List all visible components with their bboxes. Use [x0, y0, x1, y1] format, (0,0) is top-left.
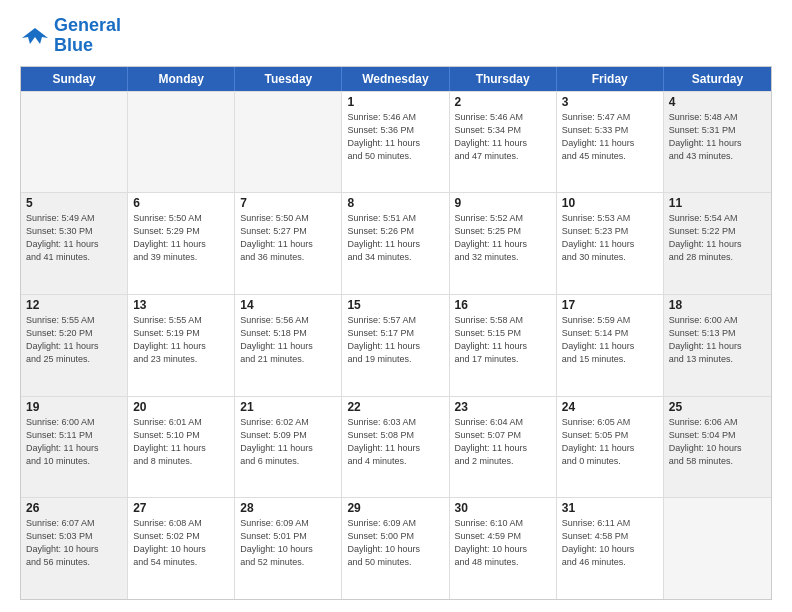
header-day-tuesday: Tuesday: [235, 67, 342, 91]
day-number: 2: [455, 95, 551, 109]
day-number: 31: [562, 501, 658, 515]
day-number: 25: [669, 400, 766, 414]
calendar-cell-11: 11Sunrise: 5:54 AM Sunset: 5:22 PM Dayli…: [664, 193, 771, 294]
day-number: 4: [669, 95, 766, 109]
day-number: 1: [347, 95, 443, 109]
day-number: 29: [347, 501, 443, 515]
day-number: 17: [562, 298, 658, 312]
calendar-cell-14: 14Sunrise: 5:56 AM Sunset: 5:18 PM Dayli…: [235, 295, 342, 396]
calendar-cell-28: 28Sunrise: 6:09 AM Sunset: 5:01 PM Dayli…: [235, 498, 342, 599]
calendar-body: 1Sunrise: 5:46 AM Sunset: 5:36 PM Daylig…: [21, 91, 771, 599]
calendar-cell-30: 30Sunrise: 6:10 AM Sunset: 4:59 PM Dayli…: [450, 498, 557, 599]
day-info: Sunrise: 5:54 AM Sunset: 5:22 PM Dayligh…: [669, 212, 766, 264]
calendar-cell-24: 24Sunrise: 6:05 AM Sunset: 5:05 PM Dayli…: [557, 397, 664, 498]
day-number: 6: [133, 196, 229, 210]
day-number: 3: [562, 95, 658, 109]
day-number: 11: [669, 196, 766, 210]
calendar: SundayMondayTuesdayWednesdayThursdayFrid…: [20, 66, 772, 600]
day-number: 30: [455, 501, 551, 515]
calendar-cell-10: 10Sunrise: 5:53 AM Sunset: 5:23 PM Dayli…: [557, 193, 664, 294]
calendar-cell-18: 18Sunrise: 6:00 AM Sunset: 5:13 PM Dayli…: [664, 295, 771, 396]
header-day-friday: Friday: [557, 67, 664, 91]
day-number: 26: [26, 501, 122, 515]
day-info: Sunrise: 5:58 AM Sunset: 5:15 PM Dayligh…: [455, 314, 551, 366]
day-info: Sunrise: 6:03 AM Sunset: 5:08 PM Dayligh…: [347, 416, 443, 468]
day-number: 14: [240, 298, 336, 312]
day-info: Sunrise: 6:08 AM Sunset: 5:02 PM Dayligh…: [133, 517, 229, 569]
calendar-row-5: 26Sunrise: 6:07 AM Sunset: 5:03 PM Dayli…: [21, 497, 771, 599]
day-number: 13: [133, 298, 229, 312]
calendar-row-3: 12Sunrise: 5:55 AM Sunset: 5:20 PM Dayli…: [21, 294, 771, 396]
day-info: Sunrise: 6:07 AM Sunset: 5:03 PM Dayligh…: [26, 517, 122, 569]
calendar-cell-1: 1Sunrise: 5:46 AM Sunset: 5:36 PM Daylig…: [342, 92, 449, 193]
calendar-cell-empty: [128, 92, 235, 193]
header-day-wednesday: Wednesday: [342, 67, 449, 91]
calendar-cell-25: 25Sunrise: 6:06 AM Sunset: 5:04 PM Dayli…: [664, 397, 771, 498]
day-info: Sunrise: 6:09 AM Sunset: 5:00 PM Dayligh…: [347, 517, 443, 569]
day-info: Sunrise: 6:01 AM Sunset: 5:10 PM Dayligh…: [133, 416, 229, 468]
day-number: 21: [240, 400, 336, 414]
day-info: Sunrise: 5:53 AM Sunset: 5:23 PM Dayligh…: [562, 212, 658, 264]
day-info: Sunrise: 6:09 AM Sunset: 5:01 PM Dayligh…: [240, 517, 336, 569]
day-info: Sunrise: 6:02 AM Sunset: 5:09 PM Dayligh…: [240, 416, 336, 468]
calendar-cell-5: 5Sunrise: 5:49 AM Sunset: 5:30 PM Daylig…: [21, 193, 128, 294]
day-info: Sunrise: 5:48 AM Sunset: 5:31 PM Dayligh…: [669, 111, 766, 163]
calendar-cell-2: 2Sunrise: 5:46 AM Sunset: 5:34 PM Daylig…: [450, 92, 557, 193]
day-number: 18: [669, 298, 766, 312]
day-info: Sunrise: 5:47 AM Sunset: 5:33 PM Dayligh…: [562, 111, 658, 163]
calendar-cell-20: 20Sunrise: 6:01 AM Sunset: 5:10 PM Dayli…: [128, 397, 235, 498]
logo-icon: [20, 24, 50, 48]
calendar-cell-6: 6Sunrise: 5:50 AM Sunset: 5:29 PM Daylig…: [128, 193, 235, 294]
day-info: Sunrise: 5:49 AM Sunset: 5:30 PM Dayligh…: [26, 212, 122, 264]
day-info: Sunrise: 6:00 AM Sunset: 5:11 PM Dayligh…: [26, 416, 122, 468]
calendar-cell-27: 27Sunrise: 6:08 AM Sunset: 5:02 PM Dayli…: [128, 498, 235, 599]
day-number: 5: [26, 196, 122, 210]
calendar-cell-23: 23Sunrise: 6:04 AM Sunset: 5:07 PM Dayli…: [450, 397, 557, 498]
calendar-cell-empty: [664, 498, 771, 599]
day-info: Sunrise: 5:59 AM Sunset: 5:14 PM Dayligh…: [562, 314, 658, 366]
day-info: Sunrise: 5:57 AM Sunset: 5:17 PM Dayligh…: [347, 314, 443, 366]
calendar-cell-29: 29Sunrise: 6:09 AM Sunset: 5:00 PM Dayli…: [342, 498, 449, 599]
header-day-saturday: Saturday: [664, 67, 771, 91]
day-info: Sunrise: 5:46 AM Sunset: 5:34 PM Dayligh…: [455, 111, 551, 163]
calendar-cell-empty: [21, 92, 128, 193]
day-number: 16: [455, 298, 551, 312]
calendar-cell-9: 9Sunrise: 5:52 AM Sunset: 5:25 PM Daylig…: [450, 193, 557, 294]
calendar-cell-12: 12Sunrise: 5:55 AM Sunset: 5:20 PM Dayli…: [21, 295, 128, 396]
day-info: Sunrise: 5:55 AM Sunset: 5:19 PM Dayligh…: [133, 314, 229, 366]
calendar-cell-31: 31Sunrise: 6:11 AM Sunset: 4:58 PM Dayli…: [557, 498, 664, 599]
calendar-cell-8: 8Sunrise: 5:51 AM Sunset: 5:26 PM Daylig…: [342, 193, 449, 294]
calendar-cell-22: 22Sunrise: 6:03 AM Sunset: 5:08 PM Dayli…: [342, 397, 449, 498]
calendar-cell-16: 16Sunrise: 5:58 AM Sunset: 5:15 PM Dayli…: [450, 295, 557, 396]
day-info: Sunrise: 6:06 AM Sunset: 5:04 PM Dayligh…: [669, 416, 766, 468]
day-info: Sunrise: 6:00 AM Sunset: 5:13 PM Dayligh…: [669, 314, 766, 366]
calendar-row-1: 1Sunrise: 5:46 AM Sunset: 5:36 PM Daylig…: [21, 91, 771, 193]
day-info: Sunrise: 6:10 AM Sunset: 4:59 PM Dayligh…: [455, 517, 551, 569]
logo-text: GeneralBlue: [54, 16, 121, 56]
day-info: Sunrise: 5:50 AM Sunset: 5:27 PM Dayligh…: [240, 212, 336, 264]
calendar-cell-21: 21Sunrise: 6:02 AM Sunset: 5:09 PM Dayli…: [235, 397, 342, 498]
calendar-row-4: 19Sunrise: 6:00 AM Sunset: 5:11 PM Dayli…: [21, 396, 771, 498]
header-day-monday: Monday: [128, 67, 235, 91]
header-day-thursday: Thursday: [450, 67, 557, 91]
day-number: 8: [347, 196, 443, 210]
day-number: 10: [562, 196, 658, 210]
header-day-sunday: Sunday: [21, 67, 128, 91]
day-number: 24: [562, 400, 658, 414]
day-number: 19: [26, 400, 122, 414]
day-number: 23: [455, 400, 551, 414]
day-info: Sunrise: 5:50 AM Sunset: 5:29 PM Dayligh…: [133, 212, 229, 264]
calendar-cell-4: 4Sunrise: 5:48 AM Sunset: 5:31 PM Daylig…: [664, 92, 771, 193]
calendar-row-2: 5Sunrise: 5:49 AM Sunset: 5:30 PM Daylig…: [21, 192, 771, 294]
calendar-cell-15: 15Sunrise: 5:57 AM Sunset: 5:17 PM Dayli…: [342, 295, 449, 396]
day-number: 12: [26, 298, 122, 312]
day-info: Sunrise: 6:11 AM Sunset: 4:58 PM Dayligh…: [562, 517, 658, 569]
day-number: 9: [455, 196, 551, 210]
day-info: Sunrise: 5:55 AM Sunset: 5:20 PM Dayligh…: [26, 314, 122, 366]
svg-marker-0: [22, 28, 48, 44]
day-info: Sunrise: 6:05 AM Sunset: 5:05 PM Dayligh…: [562, 416, 658, 468]
day-info: Sunrise: 5:46 AM Sunset: 5:36 PM Dayligh…: [347, 111, 443, 163]
day-info: Sunrise: 6:04 AM Sunset: 5:07 PM Dayligh…: [455, 416, 551, 468]
calendar-cell-3: 3Sunrise: 5:47 AM Sunset: 5:33 PM Daylig…: [557, 92, 664, 193]
calendar-cell-26: 26Sunrise: 6:07 AM Sunset: 5:03 PM Dayli…: [21, 498, 128, 599]
